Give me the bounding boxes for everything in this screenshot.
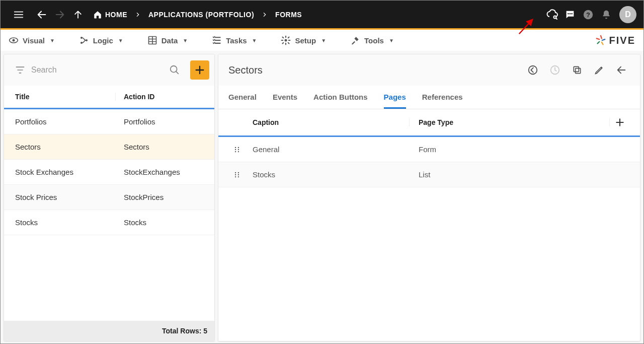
search-row [4,54,214,86]
list-panel: Title Action ID Portfolios Portfolios Se… [4,54,215,341]
list-footer: Total Rows: 5 [4,321,214,341]
svg-point-23 [238,151,239,152]
table-row[interactable]: Stock Exchanges StockExchanges [4,160,214,185]
add-page-button[interactable] [610,117,630,127]
tab-pages[interactable]: Pages [384,86,406,109]
menu-logic-label: Logic [93,36,113,45]
chevron-down-icon: ▼ [118,38,123,43]
cell-title: Stocks [15,218,116,227]
menubar: Visual ▼ Logic ▼ Data ▼ Tasks ▼ Setup ▼ … [1,30,643,51]
nav-up-icon[interactable] [69,6,87,24]
list-body: Portfolios Portfolios Sectors Sectors St… [4,109,214,321]
brand-text: FIVE [609,35,635,46]
svg-point-12 [285,39,287,42]
cell-action-id: Portfolios [116,117,203,126]
tab-references[interactable]: References [422,86,463,109]
svg-point-29 [238,176,239,177]
deploy-icon[interactable] [543,6,561,24]
hamburger-icon[interactable] [10,6,28,24]
menu-data-label: Data [162,36,178,45]
table-row[interactable]: Stocks Stocks [4,210,214,235]
menu-tasks[interactable]: Tasks ▼ [212,35,257,45]
nav-forward-icon [51,6,69,24]
chevron-down-icon: ▼ [50,38,55,43]
col-page-type[interactable]: Page Type [410,118,610,126]
drag-handle-icon[interactable] [228,171,253,178]
table-row[interactable]: Sectors Sectors [4,134,214,160]
drag-handle-icon[interactable] [228,146,253,153]
svg-point-2 [570,13,571,14]
breadcrumb-forms[interactable]: FORMS [275,11,302,19]
bell-icon[interactable] [597,6,615,24]
tab-action-buttons[interactable]: Action Buttons [313,86,367,109]
svg-rect-16 [576,68,581,74]
avatar[interactable]: D [619,6,636,23]
page-type: Form [410,145,630,154]
topbar: HOME APPLICATIONS (PORTFOLIO) FORMS ? D [1,1,643,28]
svg-point-9 [80,42,83,44]
copy-icon[interactable] [569,61,586,79]
breadcrumb-home[interactable]: HOME [93,10,127,19]
cell-title: Sectors [15,143,116,151]
chevron-down-icon: ▼ [252,38,257,43]
search-input[interactable] [30,65,164,75]
col-action-id[interactable]: Action ID [116,93,203,101]
search-box [9,59,186,81]
chevron-down-icon: ▼ [321,38,326,43]
help-icon[interactable]: ? [579,6,597,24]
chevron-right-icon [262,11,267,19]
pages-body: General Form Stocks List [218,137,640,341]
avatar-initial: D [625,10,631,19]
tab-general[interactable]: General [228,86,257,109]
svg-point-18 [235,147,236,148]
breadcrumb-applications[interactable]: APPLICATIONS (PORTFOLIO) [148,11,254,19]
svg-point-10 [86,39,88,41]
svg-point-8 [80,37,83,39]
menu-tools-label: Tools [364,36,384,45]
list-header: Title Action ID [4,86,214,109]
svg-point-3 [571,13,573,14]
svg-point-28 [238,174,239,175]
cell-title: Stock Prices [15,193,116,201]
col-title[interactable]: Title [15,93,116,101]
menu-visual[interactable]: Visual ▼ [9,35,55,45]
svg-point-25 [235,174,236,175]
chat-icon[interactable] [561,6,579,24]
detail-panel: Sectors General Events Action Buttons Pa… [218,54,640,341]
svg-point-14 [529,66,537,75]
page-caption: General [253,145,410,154]
menu-data[interactable]: Data ▼ [147,35,188,45]
history-icon[interactable] [546,61,564,79]
svg-point-22 [238,149,239,150]
pages-row[interactable]: General Form [218,137,640,162]
search-icon[interactable] [169,64,180,76]
page-type: List [410,170,630,179]
svg-point-20 [235,151,236,152]
filter-icon[interactable] [15,65,25,75]
menu-logic[interactable]: Logic ▼ [79,35,123,45]
pages-row[interactable]: Stocks List [218,162,640,187]
table-row[interactable]: Portfolios Portfolios [4,109,214,134]
revert-icon[interactable] [524,61,541,79]
chevron-right-icon [135,11,140,19]
tab-events[interactable]: Events [273,86,297,109]
breadcrumb-home-label: HOME [105,11,127,19]
menu-tasks-label: Tasks [226,36,247,45]
back-arrow-icon[interactable] [613,61,630,79]
pages-header: Caption Page Type [218,109,640,137]
cell-action-id: Sectors [116,143,203,151]
menu-setup-label: Setup [295,36,316,45]
menu-tools[interactable]: Tools ▼ [350,35,394,45]
menu-setup[interactable]: Setup ▼ [281,35,326,45]
table-row[interactable]: Stock Prices StockPrices [4,185,214,210]
chevron-down-icon: ▼ [183,38,188,43]
svg-point-24 [235,172,236,173]
col-caption[interactable]: Caption [228,118,410,126]
nav-back-icon[interactable] [33,6,51,24]
edit-icon[interactable] [591,61,608,79]
svg-point-21 [238,147,239,148]
svg-point-1 [568,13,569,14]
add-button[interactable] [190,60,209,80]
svg-point-26 [235,176,236,177]
cell-action-id: StockPrices [116,193,203,201]
